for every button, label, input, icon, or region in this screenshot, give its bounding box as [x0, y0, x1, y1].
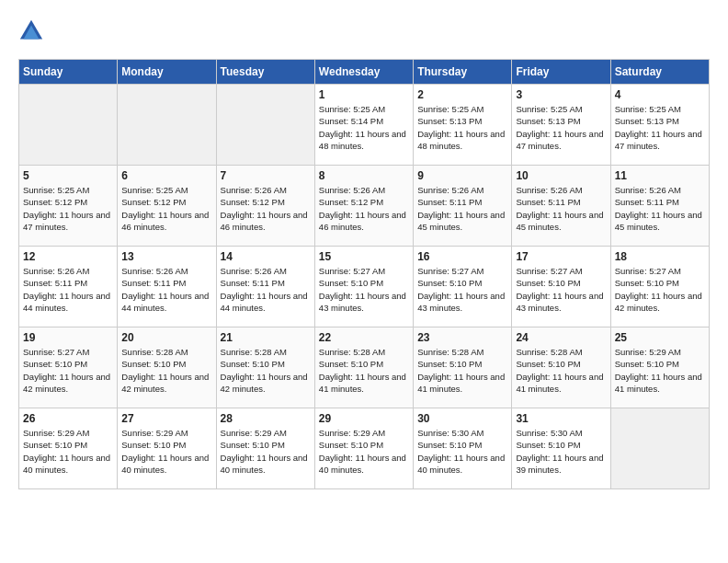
logo-icon: [18, 18, 44, 44]
day-info: Sunrise: 5:26 AMSunset: 5:12 PMDaylight:…: [221, 184, 311, 233]
day-info: Sunrise: 5:27 AMSunset: 5:10 PMDaylight:…: [417, 265, 507, 314]
week-row-5: 26Sunrise: 5:29 AMSunset: 5:10 PMDayligh…: [19, 408, 710, 489]
calendar-cell: 3Sunrise: 5:25 AMSunset: 5:13 PMDaylight…: [512, 85, 610, 166]
day-number: 31: [516, 412, 606, 425]
calendar-cell: 29Sunrise: 5:29 AMSunset: 5:10 PMDayligh…: [314, 408, 413, 489]
calendar-cell: 30Sunrise: 5:30 AMSunset: 5:10 PMDayligh…: [414, 408, 512, 489]
day-info: Sunrise: 5:30 AMSunset: 5:10 PMDaylight:…: [417, 427, 507, 476]
day-number: 15: [319, 250, 409, 263]
day-number: 27: [121, 412, 211, 425]
day-info: Sunrise: 5:28 AMSunset: 5:10 PMDaylight:…: [121, 346, 211, 395]
day-info: Sunrise: 5:27 AMSunset: 5:10 PMDaylight:…: [516, 265, 606, 314]
day-number: 25: [615, 331, 705, 344]
day-info: Sunrise: 5:26 AMSunset: 5:11 PMDaylight:…: [121, 265, 211, 314]
calendar-cell: 15Sunrise: 5:27 AMSunset: 5:10 PMDayligh…: [314, 247, 413, 327]
calendar-cell: 26Sunrise: 5:29 AMSunset: 5:10 PMDayligh…: [19, 408, 118, 489]
day-number: 4: [615, 88, 705, 101]
day-number: 11: [615, 169, 705, 182]
day-info: Sunrise: 5:26 AMSunset: 5:11 PMDaylight:…: [615, 184, 705, 233]
day-number: 3: [516, 88, 606, 101]
day-number: 18: [615, 250, 705, 263]
day-header-thursday: Thursday: [414, 60, 512, 85]
calendar-cell: 19Sunrise: 5:27 AMSunset: 5:10 PMDayligh…: [19, 327, 118, 408]
day-info: Sunrise: 5:28 AMSunset: 5:10 PMDaylight:…: [221, 346, 311, 395]
day-info: Sunrise: 5:26 AMSunset: 5:12 PMDaylight:…: [319, 184, 409, 233]
calendar-cell: 31Sunrise: 5:30 AMSunset: 5:10 PMDayligh…: [512, 408, 610, 489]
day-header-sunday: Sunday: [19, 60, 118, 85]
page-header: [18, 18, 710, 44]
day-header-monday: Monday: [118, 60, 216, 85]
day-header-saturday: Saturday: [610, 60, 709, 85]
calendar-cell: 24Sunrise: 5:28 AMSunset: 5:10 PMDayligh…: [512, 327, 610, 408]
day-number: 8: [319, 169, 409, 182]
day-info: Sunrise: 5:27 AMSunset: 5:10 PMDaylight:…: [23, 346, 113, 395]
day-info: Sunrise: 5:25 AMSunset: 5:13 PMDaylight:…: [417, 103, 507, 152]
day-info: Sunrise: 5:25 AMSunset: 5:13 PMDaylight:…: [615, 103, 705, 152]
week-row-3: 12Sunrise: 5:26 AMSunset: 5:11 PMDayligh…: [19, 247, 710, 327]
calendar-cell: 12Sunrise: 5:26 AMSunset: 5:11 PMDayligh…: [19, 247, 118, 327]
calendar-cell: 14Sunrise: 5:26 AMSunset: 5:11 PMDayligh…: [216, 247, 314, 327]
day-number: 21: [221, 331, 311, 344]
day-number: 29: [319, 412, 409, 425]
day-info: Sunrise: 5:25 AMSunset: 5:14 PMDaylight:…: [319, 103, 409, 152]
calendar-cell: 25Sunrise: 5:29 AMSunset: 5:10 PMDayligh…: [610, 327, 709, 408]
day-info: Sunrise: 5:28 AMSunset: 5:10 PMDaylight:…: [417, 346, 507, 395]
logo: [18, 18, 48, 44]
day-number: 12: [23, 250, 113, 263]
day-number: 10: [516, 169, 606, 182]
day-info: Sunrise: 5:28 AMSunset: 5:10 PMDaylight:…: [319, 346, 409, 395]
calendar-cell: 1Sunrise: 5:25 AMSunset: 5:14 PMDaylight…: [314, 85, 413, 166]
day-number: 19: [23, 331, 113, 344]
day-number: 28: [221, 412, 311, 425]
calendar-cell: 17Sunrise: 5:27 AMSunset: 5:10 PMDayligh…: [512, 247, 610, 327]
calendar-cell: 18Sunrise: 5:27 AMSunset: 5:10 PMDayligh…: [610, 247, 709, 327]
day-header-friday: Friday: [512, 60, 610, 85]
day-number: 7: [221, 169, 311, 182]
day-info: Sunrise: 5:26 AMSunset: 5:11 PMDaylight:…: [516, 184, 606, 233]
day-number: 30: [417, 412, 507, 425]
day-header-wednesday: Wednesday: [314, 60, 413, 85]
day-info: Sunrise: 5:29 AMSunset: 5:10 PMDaylight:…: [221, 427, 311, 476]
day-number: 1: [319, 88, 409, 101]
day-info: Sunrise: 5:25 AMSunset: 5:13 PMDaylight:…: [516, 103, 606, 152]
calendar-cell: 6Sunrise: 5:25 AMSunset: 5:12 PMDaylight…: [118, 166, 216, 247]
calendar-cell: 9Sunrise: 5:26 AMSunset: 5:11 PMDaylight…: [414, 166, 512, 247]
calendar-cell: 28Sunrise: 5:29 AMSunset: 5:10 PMDayligh…: [216, 408, 314, 489]
day-number: 17: [516, 250, 606, 263]
calendar-cell: [118, 85, 216, 166]
calendar-cell: 20Sunrise: 5:28 AMSunset: 5:10 PMDayligh…: [118, 327, 216, 408]
calendar-cell: 8Sunrise: 5:26 AMSunset: 5:12 PMDaylight…: [314, 166, 413, 247]
calendar-cell: 16Sunrise: 5:27 AMSunset: 5:10 PMDayligh…: [414, 247, 512, 327]
calendar-cell: 13Sunrise: 5:26 AMSunset: 5:11 PMDayligh…: [118, 247, 216, 327]
day-info: Sunrise: 5:26 AMSunset: 5:11 PMDaylight:…: [417, 184, 507, 233]
calendar-cell: [216, 85, 314, 166]
day-number: 22: [319, 331, 409, 344]
day-info: Sunrise: 5:27 AMSunset: 5:10 PMDaylight:…: [615, 265, 705, 314]
day-info: Sunrise: 5:29 AMSunset: 5:10 PMDaylight:…: [121, 427, 211, 476]
day-info: Sunrise: 5:26 AMSunset: 5:11 PMDaylight:…: [221, 265, 311, 314]
day-info: Sunrise: 5:25 AMSunset: 5:12 PMDaylight:…: [121, 184, 211, 233]
calendar-cell: [610, 408, 709, 489]
calendar-cell: 11Sunrise: 5:26 AMSunset: 5:11 PMDayligh…: [610, 166, 709, 247]
week-row-1: 1Sunrise: 5:25 AMSunset: 5:14 PMDaylight…: [19, 85, 710, 166]
calendar-cell: 10Sunrise: 5:26 AMSunset: 5:11 PMDayligh…: [512, 166, 610, 247]
day-info: Sunrise: 5:25 AMSunset: 5:12 PMDaylight:…: [23, 184, 113, 233]
day-number: 9: [417, 169, 507, 182]
day-info: Sunrise: 5:27 AMSunset: 5:10 PMDaylight:…: [319, 265, 409, 314]
calendar-cell: 27Sunrise: 5:29 AMSunset: 5:10 PMDayligh…: [118, 408, 216, 489]
day-number: 2: [417, 88, 507, 101]
day-number: 16: [417, 250, 507, 263]
day-info: Sunrise: 5:29 AMSunset: 5:10 PMDaylight:…: [319, 427, 409, 476]
day-info: Sunrise: 5:26 AMSunset: 5:11 PMDaylight:…: [23, 265, 113, 314]
calendar-table: SundayMondayTuesdayWednesdayThursdayFrid…: [18, 59, 710, 489]
day-number: 24: [516, 331, 606, 344]
calendar-cell: 22Sunrise: 5:28 AMSunset: 5:10 PMDayligh…: [314, 327, 413, 408]
day-number: 14: [221, 250, 311, 263]
day-info: Sunrise: 5:30 AMSunset: 5:10 PMDaylight:…: [516, 427, 606, 476]
day-info: Sunrise: 5:28 AMSunset: 5:10 PMDaylight:…: [516, 346, 606, 395]
header-row: SundayMondayTuesdayWednesdayThursdayFrid…: [19, 60, 710, 85]
day-number: 5: [23, 169, 113, 182]
calendar-cell: 7Sunrise: 5:26 AMSunset: 5:12 PMDaylight…: [216, 166, 314, 247]
calendar-cell: 2Sunrise: 5:25 AMSunset: 5:13 PMDaylight…: [414, 85, 512, 166]
day-info: Sunrise: 5:29 AMSunset: 5:10 PMDaylight:…: [615, 346, 705, 395]
